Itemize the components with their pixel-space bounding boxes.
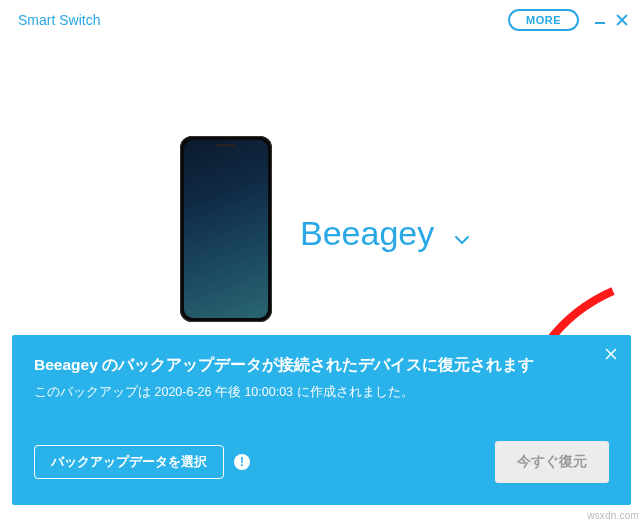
banner-subtitle: このバックアップは 2020-6-26 午後 10:00:03 に作成されました…: [34, 384, 609, 401]
more-button[interactable]: MORE: [508, 9, 579, 31]
phone-illustration: [180, 136, 272, 322]
main-stage: Beeagey: [0, 40, 643, 360]
chevron-down-icon: [454, 232, 470, 248]
restore-now-button[interactable]: 今すぐ復元: [495, 441, 609, 483]
info-icon[interactable]: !: [234, 454, 250, 470]
phone-screen: [184, 140, 268, 318]
close-icon: [605, 348, 617, 360]
select-backup-row: バックアップデータを選択 !: [34, 445, 250, 479]
device-name: Beeagey: [300, 214, 434, 253]
select-backup-button[interactable]: バックアップデータを選択: [34, 445, 224, 479]
close-icon: [615, 13, 629, 27]
banner-actions: バックアップデータを選択 ! 今すぐ復元: [34, 441, 609, 483]
app-title: Smart Switch: [18, 12, 100, 28]
banner-title: Beeagey のバックアップデータが接続されたデバイスに復元されます: [34, 355, 609, 376]
minimize-button[interactable]: [589, 9, 611, 31]
watermark: wsxdn.com: [587, 510, 639, 521]
restore-banner: Beeagey のバックアップデータが接続されたデバイスに復元されます このバッ…: [12, 335, 631, 505]
banner-close-button[interactable]: [605, 347, 617, 362]
close-button[interactable]: [611, 9, 633, 31]
phone-earpiece: [215, 144, 237, 147]
title-bar: Smart Switch MORE: [0, 0, 643, 40]
minimize-icon: [593, 13, 607, 27]
device-selector[interactable]: Beeagey: [300, 214, 470, 253]
